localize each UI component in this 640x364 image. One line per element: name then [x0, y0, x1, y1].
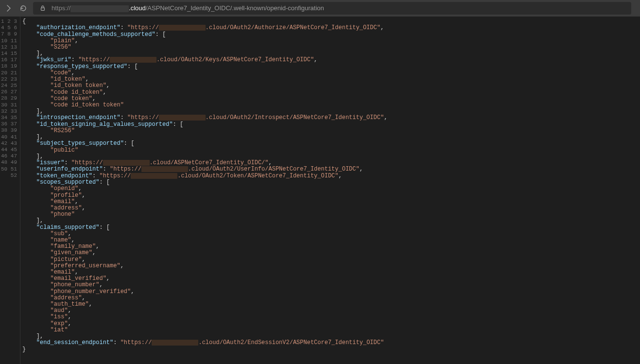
address-bar[interactable]: https://.cloud/ASPNetCore7_Identity_OIDC… — [33, 2, 631, 15]
url-scheme: https:// — [52, 4, 70, 12]
svg-rect-0 — [41, 8, 45, 10]
url-domain-redacted — [70, 5, 129, 12]
url-text: https://.cloud/ASPNetCore7_Identity_OIDC… — [52, 4, 324, 12]
line-gutter: 1 2 3 4 5 6 7 8 9 10 11 12 13 14 15 16 1… — [0, 17, 20, 364]
forward-button[interactable] — [4, 3, 14, 13]
json-viewer: 1 2 3 4 5 6 7 8 9 10 11 12 13 14 15 16 1… — [0, 17, 640, 364]
refresh-button[interactable] — [18, 3, 28, 13]
url-domain-suffix: .cloud — [129, 4, 146, 12]
lock-icon — [38, 3, 48, 13]
url-path: /ASPNetCore7_Identity_OIDC/.well-known/o… — [146, 4, 324, 12]
browser-toolbar: https://.cloud/ASPNetCore7_Identity_OIDC… — [0, 0, 640, 17]
json-code[interactable]: { "authorization_endpoint": "https://.cl… — [20, 17, 640, 364]
